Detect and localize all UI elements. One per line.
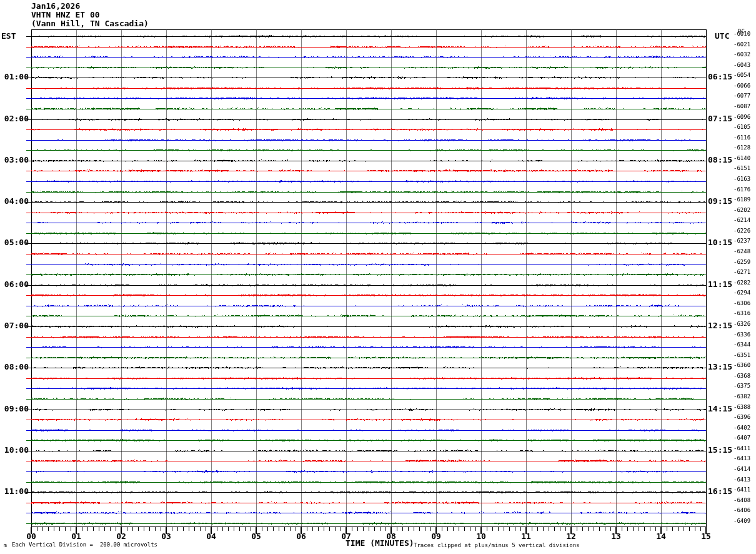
dc-offset-label: -6408 bbox=[734, 497, 756, 503]
dc-offset-label: -6189 bbox=[734, 196, 756, 203]
clip-note: Traces clipped at plus/minus 5 vertical … bbox=[414, 542, 580, 548]
dc-offset-label: -6248 bbox=[734, 248, 756, 254]
x-tick-label: 01 bbox=[67, 532, 85, 541]
title-station-name: (Vann Hill, TN Cascadia) bbox=[31, 19, 149, 28]
dc-offset-label: -6402 bbox=[734, 425, 756, 431]
dc-offset-label: -6043 bbox=[734, 62, 756, 68]
dc-offset-label: -6116 bbox=[734, 134, 756, 141]
dc-offset-label: -6414 bbox=[734, 466, 756, 472]
dc-offset-label: -6140 bbox=[734, 155, 756, 161]
dc-offset-label: -6406 bbox=[734, 507, 756, 513]
dc-offset-label: -6396 bbox=[734, 414, 756, 420]
est-hour-label: 06:00 bbox=[0, 280, 29, 289]
est-hour-label: 11:00 bbox=[0, 487, 29, 496]
dc-offset-label: -6411 bbox=[734, 486, 756, 493]
dc-offset-label: -6105 bbox=[734, 124, 756, 130]
dc-offset-label: -6368 bbox=[734, 373, 756, 379]
dc-offset-label: -6151 bbox=[734, 165, 756, 171]
dc-offset-label: -6176 bbox=[734, 186, 756, 193]
est-hour-label: 09:00 bbox=[0, 405, 29, 413]
x-tick-label: 14 bbox=[652, 532, 670, 541]
est-hour-label: 07:00 bbox=[0, 321, 29, 330]
dc-offset-label: -6409 bbox=[734, 518, 756, 524]
dc-offset-label: -6214 bbox=[734, 217, 756, 223]
dc-offset-label: -6326 bbox=[734, 321, 756, 327]
dc-offset-label: -6010 bbox=[734, 31, 756, 37]
left-timezone-label: EST bbox=[1, 32, 16, 41]
x-tick-label: 09 bbox=[427, 532, 445, 541]
dc-offset-label: -6021 bbox=[734, 41, 756, 48]
x-tick-label: 06 bbox=[292, 532, 310, 541]
est-hour-label: 03:00 bbox=[0, 156, 29, 164]
est-hour-label: 05:00 bbox=[0, 238, 29, 247]
right-timezone-label: UTC bbox=[715, 32, 729, 41]
est-hour-label: 01:00 bbox=[0, 73, 29, 81]
dc-offset-label: -6077 bbox=[734, 93, 756, 99]
x-tick-label: 00 bbox=[22, 532, 40, 541]
est-hour-label: 08:00 bbox=[0, 363, 29, 371]
x-tick-label: 05 bbox=[247, 532, 265, 541]
helicorder-page: Jan16,2026 VHTN HNZ ET 00 (Vann Hill, TN… bbox=[0, 0, 756, 554]
helicorder-plot-canvas bbox=[0, 0, 756, 554]
dc-offset-label: -6282 bbox=[734, 280, 756, 286]
dc-offset-label: -6351 bbox=[734, 352, 756, 358]
x-tick-label: 04 bbox=[202, 532, 220, 541]
x-axis-title: TIME (MINUTES) bbox=[346, 539, 414, 548]
title-date: Jan16,2026 bbox=[31, 2, 80, 11]
dc-offset-label: -6128 bbox=[734, 144, 756, 151]
x-tick-label: 10 bbox=[472, 532, 490, 541]
dc-offset-label: -6202 bbox=[734, 207, 756, 213]
dc-offset-label: -6306 bbox=[734, 300, 756, 306]
dc-offset-label: -6259 bbox=[734, 259, 756, 265]
dc-offset-label: -6226 bbox=[734, 228, 756, 234]
x-tick-label: 03 bbox=[157, 532, 175, 541]
x-tick-label: 02 bbox=[112, 532, 130, 541]
corner-glyph: m bbox=[4, 543, 7, 548]
est-hour-label: 10:00 bbox=[0, 446, 29, 455]
dc-offset-label: -6382 bbox=[734, 393, 756, 400]
dc-offset-label: -6271 bbox=[734, 269, 756, 275]
est-hour-label: 02:00 bbox=[0, 114, 29, 123]
dc-offset-label: -6066 bbox=[734, 83, 756, 89]
dc-offset-label: -6388 bbox=[734, 404, 756, 410]
dc-offset-label: -6096 bbox=[734, 114, 756, 120]
dc-offset-label: -6237 bbox=[734, 238, 756, 244]
x-tick-label: 12 bbox=[562, 532, 580, 541]
dc-offset-label: -6032 bbox=[734, 51, 756, 58]
dc-offset-label: -6163 bbox=[734, 176, 756, 182]
scale-note: Each Vertical Division = 200.00 microvol… bbox=[12, 541, 157, 548]
dc-offset-label: -6294 bbox=[734, 290, 756, 296]
dc-offset-label: -6054 bbox=[734, 72, 756, 78]
dc-offset-label: -6344 bbox=[734, 341, 756, 348]
dc-offset-label: -6087 bbox=[734, 103, 756, 109]
dc-offset-label: -6407 bbox=[734, 435, 756, 441]
x-tick-label: 11 bbox=[517, 532, 535, 541]
dc-offset-label: -6316 bbox=[734, 310, 756, 316]
dc-offset-label: -6411 bbox=[734, 445, 756, 451]
dc-offset-label: -6413 bbox=[734, 476, 756, 483]
est-hour-label: 04:00 bbox=[0, 197, 29, 206]
title-station-code: VHTN HNZ ET 00 bbox=[31, 11, 100, 19]
dc-offset-label: -6360 bbox=[734, 362, 756, 368]
x-tick-label: 15 bbox=[697, 532, 715, 541]
x-tick-label: 13 bbox=[607, 532, 625, 541]
dc-offset-label: -6336 bbox=[734, 331, 756, 338]
dc-offset-label: -6413 bbox=[734, 455, 756, 461]
dc-offset-label: -6375 bbox=[734, 383, 756, 389]
